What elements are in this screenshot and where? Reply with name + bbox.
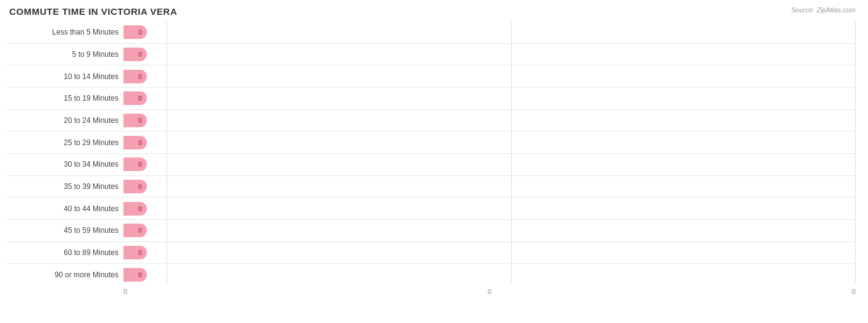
bar-row: 10 to 14 Minutes0 [6,65,856,88]
bar-value: 0 [138,139,142,146]
bar-value: 0 [138,227,142,234]
x-axis: 000 [123,285,856,295]
bar-track: 0 [123,265,856,284]
bar-pill: 0 [123,114,147,127]
row-label: 60 to 89 Minutes [6,248,123,257]
source-label: Source: ZipAtlas.com [791,6,856,14]
x-axis-tick: 0 [123,288,367,295]
bar-row: 90 or more Minutes0 [6,264,856,285]
row-label: 20 to 24 Minutes [6,116,123,125]
bar-row: 25 to 29 Minutes0 [6,132,856,154]
bar-pill: 0 [123,224,147,237]
bar-track: 0 [123,133,856,152]
bar-value: 0 [138,205,142,212]
row-label: 30 to 34 Minutes [6,160,123,169]
bar-row: 40 to 44 Minutes0 [6,198,856,220]
bar-track: 0 [123,89,856,108]
bar-pill: 0 [123,246,147,259]
bar-value: 0 [138,94,142,102]
bar-value: 0 [138,271,142,279]
bar-track: 0 [123,221,856,240]
row-label: 35 to 39 Minutes [6,182,123,191]
bar-pill: 0 [123,202,147,216]
bar-pill: 0 [123,70,147,83]
bar-row: 60 to 89 Minutes0 [6,242,856,264]
chart-title: COMMUTE TIME IN VICTORIA VERA [6,6,856,17]
bar-pill: 0 [123,268,147,282]
row-label: Less than 5 Minutes [6,28,123,36]
bar-row: Less than 5 Minutes0 [6,22,856,44]
row-label: 10 to 14 Minutes [6,72,123,81]
x-axis-tick: 0 [612,288,856,295]
bar-value: 0 [138,28,142,36]
bar-row: 5 to 9 Minutes0 [6,44,856,66]
bar-value: 0 [138,161,142,168]
chart-container: COMMUTE TIME IN VICTORIA VERA Source: Zi… [0,0,868,323]
bar-value: 0 [138,73,142,80]
bar-track: 0 [123,177,856,196]
row-label: 15 to 19 Minutes [6,94,123,103]
bar-value: 0 [138,51,142,58]
row-label: 25 to 29 Minutes [6,138,123,147]
bar-row: 45 to 59 Minutes0 [6,220,856,242]
bar-value: 0 [138,249,142,256]
x-axis-tick: 0 [367,288,611,295]
bar-pill: 0 [123,136,147,149]
row-label: 90 or more Minutes [6,271,123,279]
bar-track: 0 [123,23,856,42]
row-label: 40 to 44 Minutes [6,204,123,213]
bar-pill: 0 [123,180,147,193]
bar-row: 30 to 34 Minutes0 [6,154,856,176]
bar-pill: 0 [123,91,147,105]
bar-pill: 0 [123,25,147,39]
chart-area: Less than 5 Minutes05 to 9 Minutes010 to… [6,22,856,295]
bar-pill: 0 [123,48,147,61]
bar-track: 0 [123,243,856,262]
bar-track: 0 [123,199,856,218]
bar-row: 20 to 24 Minutes0 [6,110,856,132]
bar-value: 0 [138,117,142,124]
bar-row: 15 to 19 Minutes0 [6,88,856,110]
bar-track: 0 [123,155,856,174]
bar-track: 0 [123,45,856,64]
bar-track: 0 [123,67,856,86]
bar-pill: 0 [123,157,147,171]
row-label: 45 to 59 Minutes [6,226,123,235]
bar-row: 35 to 39 Minutes0 [6,176,856,198]
bar-value: 0 [138,183,142,190]
bar-track: 0 [123,111,856,130]
rows-container: Less than 5 Minutes05 to 9 Minutes010 to… [6,22,856,285]
row-label: 5 to 9 Minutes [6,50,123,59]
